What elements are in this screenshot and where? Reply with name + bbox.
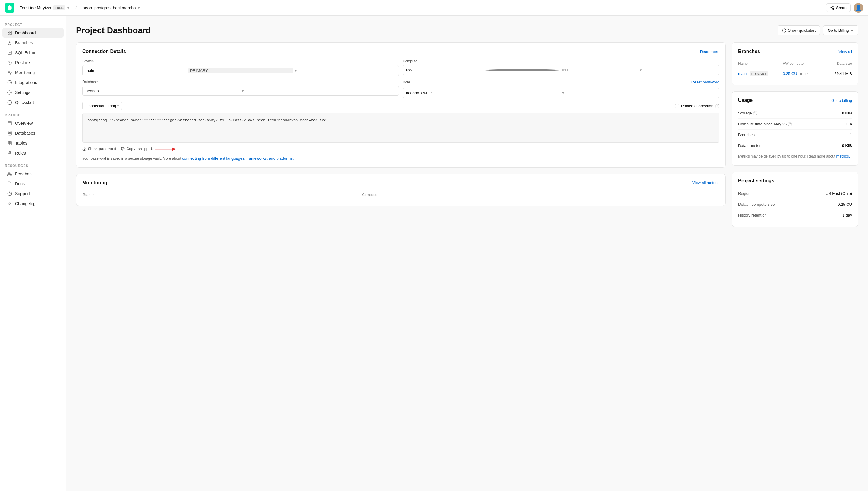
databases-icon: [7, 131, 12, 136]
sidebar-item-changelog[interactable]: Changelog: [2, 199, 64, 208]
user-chevron-icon: ▾: [67, 5, 69, 10]
usage-help-icon[interactable]: ?: [788, 122, 792, 126]
monitoring-col-branch: Branch: [83, 191, 361, 199]
branch-rw-cell: 0.25 CU IDLE: [783, 68, 826, 79]
view-all-branches-link[interactable]: View all: [838, 49, 852, 54]
sidebar-item-feedback[interactable]: Feedback: [2, 169, 64, 179]
copy-snippet-button[interactable]: Copy snippet: [121, 147, 153, 151]
role-label: Role: [403, 80, 410, 84]
sidebar-monitoring-label: Monitoring: [15, 70, 35, 75]
sidebar-integrations-label: Integrations: [15, 80, 37, 85]
usage-help-icon[interactable]: ?: [753, 111, 757, 115]
settings-value: 1 day: [842, 213, 852, 218]
plan-badge: FREE: [53, 5, 65, 10]
copy-snippet-label: Copy snippet: [127, 147, 153, 151]
metrics-note: Metrics may be delayed by up to one hour…: [738, 153, 852, 160]
show-password-label: Show password: [88, 147, 116, 151]
info-text-label: Your password is saved in a secure stora…: [82, 156, 181, 161]
role-chevron-icon: ▾: [562, 91, 717, 95]
sidebar-item-docs[interactable]: Docs: [2, 179, 64, 189]
user-menu-button[interactable]: Femi-ige Muyiwa FREE ▾: [17, 4, 72, 11]
branch-badge: PRIMARY: [188, 68, 293, 74]
info-text-paragraph: Your password is saved in a secure stora…: [82, 155, 720, 162]
page-title: Project Dashboard: [76, 26, 151, 35]
go-to-billing-link[interactable]: Go to billing: [831, 98, 852, 103]
project-name-label: neon_postgres_hackmamba: [83, 5, 136, 10]
connection-string-toggle[interactable]: Connection string ▾: [82, 102, 122, 110]
read-more-link[interactable]: Read more: [700, 49, 720, 54]
pooled-checkbox[interactable]: [675, 104, 679, 108]
show-quickstart-button[interactable]: Show quickstart: [778, 25, 820, 35]
svg-point-34: [84, 148, 85, 150]
database-label: Database: [82, 80, 399, 84]
logo[interactable]: [5, 3, 15, 13]
quickstart-btn-icon: [782, 28, 786, 32]
usage-row: Compute time since May 25 ? 0 h: [738, 119, 852, 129]
show-quickstart-label: Show quickstart: [788, 28, 816, 32]
sidebar-item-monitoring[interactable]: Monitoring: [2, 68, 64, 78]
sidebar-settings-label: Settings: [15, 90, 30, 95]
branch-status-dot: [800, 73, 802, 75]
branch-data-size-value: 29.41 MiB: [834, 71, 852, 76]
branch-row-badge: PRIMARY: [750, 71, 768, 76]
connection-string-chevron-icon: ▾: [117, 104, 119, 108]
sidebar-item-branches[interactable]: Branches: [2, 38, 64, 48]
project-chevron-icon: ▾: [138, 5, 140, 10]
connection-details-header: Connection Details Read more: [82, 49, 720, 54]
sidebar-item-sql-editor[interactable]: SQL Editor: [2, 48, 64, 58]
sidebar-item-databases[interactable]: Databases: [2, 128, 64, 138]
settings-row: Region US East (Ohio): [738, 188, 852, 199]
usage-card: Usage Go to billing Storage ? 0 KiB Comp…: [732, 91, 858, 166]
svg-point-0: [833, 6, 834, 7]
sidebar-databases-label: Databases: [15, 131, 35, 136]
role-select[interactable]: neondb_owner ▾: [403, 88, 720, 98]
right-column: Branches View all Name RW compute Data s…: [732, 42, 858, 233]
sidebar-item-restore[interactable]: Restore: [2, 58, 64, 67]
project-menu-button[interactable]: neon_postgres_hackmamba ▾: [80, 4, 142, 11]
project-settings-card: Project settings Region US East (Ohio) D…: [732, 172, 858, 227]
svg-point-2: [833, 8, 834, 10]
usage-title: Usage: [738, 97, 753, 103]
sidebar-item-integrations[interactable]: Integrations: [2, 78, 64, 87]
sidebar-item-dashboard[interactable]: Dashboard: [2, 28, 64, 38]
branch-name-link[interactable]: main: [738, 71, 747, 76]
sidebar-tables-label: Tables: [15, 141, 27, 145]
svg-point-10: [8, 44, 9, 45]
reset-password-link[interactable]: Reset password: [691, 80, 720, 84]
sidebar-support-label: Support: [15, 191, 30, 196]
branches-col-name: Name: [738, 59, 783, 68]
go-to-billing-button[interactable]: Go to Billing →: [823, 25, 858, 35]
branch-select[interactable]: main PRIMARY ▾: [82, 65, 399, 76]
branches-col-rw-compute: RW compute: [783, 59, 826, 68]
usage-row: Data transfer 0 KiB: [738, 140, 852, 151]
sidebar-item-tables[interactable]: Tables: [2, 138, 64, 148]
pooled-help-icon[interactable]: ?: [715, 104, 720, 108]
sidebar-item-overview[interactable]: Overview: [2, 118, 64, 128]
connection-details-card: Connection Details Read more Branch main…: [76, 42, 726, 168]
copy-icon: [121, 147, 125, 151]
compute-chevron-icon: ▾: [640, 68, 716, 72]
branch-section-label: BRANCH: [0, 111, 66, 118]
sidebar-item-roles[interactable]: Roles: [2, 148, 64, 158]
avatar[interactable]: 👤: [853, 3, 863, 13]
database-select[interactable]: neondb ▾: [82, 86, 399, 96]
sidebar-item-quickstart[interactable]: Quickstart: [2, 97, 64, 107]
metrics-link[interactable]: metrics.: [836, 154, 850, 158]
usage-label: Compute time since May 25 ?: [738, 122, 792, 126]
usage-row: Branches 1: [738, 129, 852, 140]
view-all-metrics-link[interactable]: View all metrics: [692, 180, 720, 185]
settings-row: History retention 1 day: [738, 210, 852, 221]
topnav-right: Share 👤: [826, 3, 863, 13]
code-actions: Show password Copy snippet: [82, 146, 720, 152]
sidebar-item-settings[interactable]: Settings: [2, 88, 64, 97]
branch-rw-value: 0.25 CU: [783, 71, 797, 76]
database-role-row: Database neondb ▾ Role Reset password: [82, 80, 720, 98]
page-header: Project Dashboard Show quickstart Go to …: [76, 25, 858, 35]
main-content: Project Dashboard Show quickstart Go to …: [66, 16, 868, 491]
sidebar-item-support[interactable]: Support: [2, 189, 64, 199]
usage-rows: Storage ? 0 KiB Compute time since May 2…: [738, 108, 852, 151]
connecting-link[interactable]: connecting from different languages, fra…: [182, 156, 293, 161]
compute-select[interactable]: RW IDLE ▾: [403, 65, 720, 75]
show-password-button[interactable]: Show password: [82, 147, 116, 151]
share-button[interactable]: Share: [826, 3, 850, 12]
